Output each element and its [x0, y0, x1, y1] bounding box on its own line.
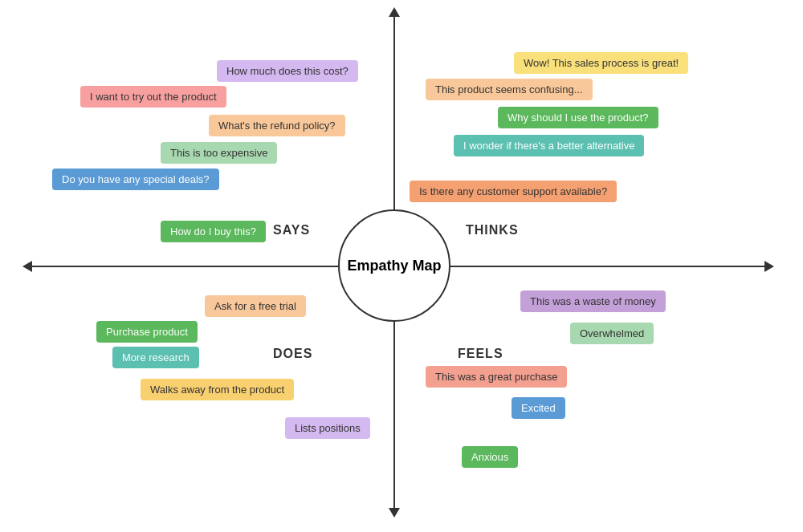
thinks-label: THINKS — [466, 223, 519, 238]
tag-walks-away[interactable]: Walks away from the product — [141, 379, 294, 400]
tag-special-deals[interactable]: Do you have any special deals? — [52, 169, 219, 190]
arrow-left-icon — [22, 261, 32, 272]
tag-want-to-try[interactable]: I want to try out the product — [80, 86, 226, 108]
tag-free-trial[interactable]: Ask for a free trial — [205, 295, 306, 317]
tag-anxious[interactable]: Anxious — [462, 446, 518, 468]
tag-lists-positions[interactable]: Lists positions — [285, 417, 370, 439]
tag-sales-great[interactable]: Wow! This sales process is great! — [514, 52, 688, 74]
arrow-down-icon — [389, 508, 400, 518]
says-label: SAYS — [273, 223, 310, 238]
tag-customer-support[interactable]: Is there any customer support available? — [410, 181, 617, 202]
does-label: DOES — [273, 347, 312, 361]
arrow-right-icon — [764, 261, 774, 272]
tag-more-research[interactable]: More research — [112, 347, 199, 368]
tag-how-buy[interactable]: How do I buy this? — [161, 221, 266, 242]
tag-great-purchase[interactable]: This was a great purchase — [426, 366, 567, 388]
arrow-up-icon — [389, 7, 400, 17]
tag-refund-policy[interactable]: What's the refund policy? — [209, 115, 345, 136]
tag-excited[interactable]: Excited — [512, 397, 565, 419]
tag-waste-money[interactable]: This was a waste of money — [520, 290, 666, 312]
center-circle: Empathy Map — [338, 209, 450, 322]
tag-how-much-cost[interactable]: How much does this cost? — [217, 60, 358, 82]
empathy-map-canvas: Empathy Map SAYS THINKS DOES FEELS How m… — [0, 0, 803, 532]
tag-better-alt[interactable]: I wonder if there's a better alternative — [454, 135, 644, 156]
center-title: Empathy Map — [347, 258, 441, 274]
tag-overwhelmed[interactable]: Overwhelmed — [570, 323, 654, 344]
tag-confusing[interactable]: This product seems confusing... — [426, 79, 593, 100]
tag-too-expensive[interactable]: This is too expensive — [161, 142, 277, 164]
tag-why-use[interactable]: Why should I use the product? — [498, 107, 658, 128]
tag-purchase[interactable]: Purchase product — [96, 321, 198, 343]
feels-label: FEELS — [458, 347, 503, 361]
